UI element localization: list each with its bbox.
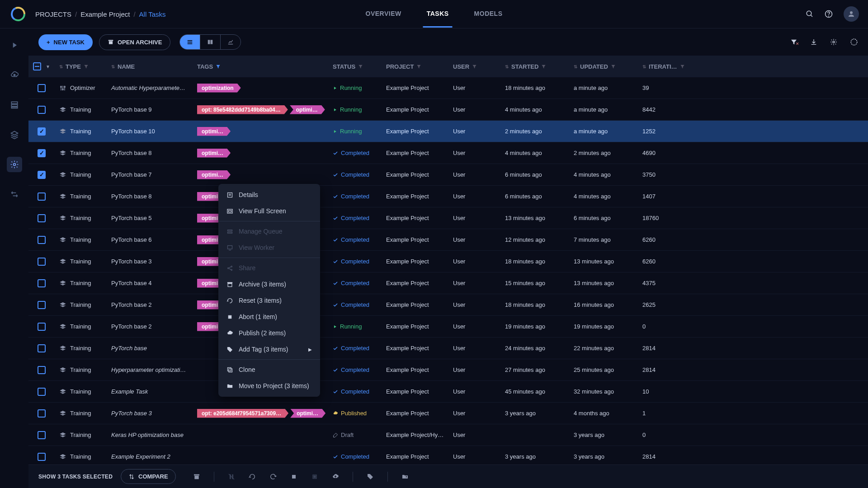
sidebar-item-servers[interactable] xyxy=(7,97,22,113)
row-checkbox[interactable] xyxy=(38,323,46,331)
table-row[interactable]: Training PyTorch base 9 opt: 85e5482ddd7… xyxy=(28,99,868,121)
col-updated[interactable]: ⇅UPDATED xyxy=(569,63,638,70)
app-logo[interactable] xyxy=(9,5,27,23)
ctx-clone[interactable]: Clone xyxy=(218,361,320,378)
move-icon[interactable] xyxy=(401,473,409,480)
col-type[interactable]: ⇅TYPE xyxy=(55,63,107,70)
col-iterations[interactable]: ⇅ITERATI… xyxy=(638,63,688,70)
row-checkbox[interactable] xyxy=(38,388,46,396)
view-list[interactable] xyxy=(180,35,200,49)
archive-icon[interactable] xyxy=(193,473,200,480)
row-checkbox[interactable] xyxy=(38,258,46,266)
sidebar-item-settings[interactable] xyxy=(7,157,22,172)
ctx-publish[interactable]: Publish (2 items) xyxy=(218,325,320,341)
compare-button[interactable]: COMPARE xyxy=(121,469,175,484)
row-checkbox[interactable] xyxy=(38,149,46,157)
project-cell: Example Project xyxy=(382,410,448,417)
ctx-archive[interactable]: Archive (3 items) xyxy=(218,276,320,292)
row-checkbox[interactable] xyxy=(38,236,46,244)
row-checkbox[interactable] xyxy=(38,127,46,136)
table-row[interactable]: Training PyTorch base 8 optimi… Complete… xyxy=(28,142,868,164)
col-status[interactable]: STATUS xyxy=(328,63,382,70)
clear-filters-icon[interactable]: ✕ xyxy=(790,38,797,46)
col-tags[interactable]: TAGS xyxy=(193,63,328,70)
abort-icon[interactable] xyxy=(290,473,297,480)
tab-models[interactable]: MODELS xyxy=(471,1,506,28)
sidebar-item-cloud[interactable] xyxy=(7,67,22,83)
table-row[interactable]: Training PyTorch base 3 optimi… Complete… xyxy=(28,251,868,272)
table-row[interactable]: Training Keras HP optimization base Draf… xyxy=(28,424,868,446)
open-archive-button[interactable]: OPEN ARCHIVE xyxy=(99,34,170,50)
tag[interactable]: optimization xyxy=(197,84,241,93)
row-checkbox[interactable] xyxy=(38,84,46,92)
row-checkbox[interactable] xyxy=(38,409,46,418)
table-row[interactable]: Training PyTorch base 5 optimi… Complete… xyxy=(28,207,868,229)
select-all-checkbox[interactable] xyxy=(33,62,41,70)
tag[interactable]: optimi… xyxy=(290,105,325,114)
table-row[interactable]: Training PyTorch base 2 optimi… Running … xyxy=(28,316,868,338)
refresh-icon[interactable] xyxy=(850,38,858,46)
tag[interactable]: optimi… xyxy=(290,409,326,418)
ctx-tag[interactable]: Add Tag (3 items)▶ xyxy=(218,341,320,357)
col-user[interactable]: USER xyxy=(448,63,500,70)
row-checkbox[interactable] xyxy=(38,431,46,439)
new-task-button[interactable]: +NEW TASK xyxy=(38,34,93,50)
gear-icon[interactable] xyxy=(830,38,837,46)
publish-icon[interactable] xyxy=(332,473,339,480)
table-row[interactable]: Training PyTorch base 8 optimi… Complete… xyxy=(28,186,868,207)
reset-icon[interactable] xyxy=(249,473,256,480)
table-row[interactable]: Training Hyperparameter optimizati… Comp… xyxy=(28,359,868,381)
breadcrumb-project[interactable]: Example Project xyxy=(80,10,130,18)
ctx-details[interactable]: Details xyxy=(218,187,320,203)
sidebar-item-run[interactable] xyxy=(7,38,22,53)
selection-count[interactable]: SHOW 3 TASKS SELECTED xyxy=(38,474,113,480)
row-checkbox[interactable] xyxy=(38,214,46,222)
ctx-fullscreen[interactable]: View Full Screen xyxy=(218,203,320,219)
tag[interactable]: optimi… xyxy=(197,170,231,179)
row-checkbox[interactable] xyxy=(38,106,46,114)
avatar[interactable] xyxy=(844,6,859,22)
row-checkbox[interactable] xyxy=(38,301,46,309)
svg-rect-19 xyxy=(211,40,213,44)
tag[interactable]: optimi… xyxy=(197,149,231,158)
view-chart[interactable] xyxy=(221,35,241,49)
table-row[interactable]: Training Example Task Completed Example … xyxy=(28,381,868,403)
table-row[interactable]: Optimizer Automatic Hyperparamete… optim… xyxy=(28,77,868,99)
table-row[interactable]: Training PyTorch base 7 optimi… Complete… xyxy=(28,164,868,186)
tag[interactable]: optimi… xyxy=(197,127,231,136)
row-checkbox[interactable] xyxy=(38,171,46,179)
breadcrumb-leaf[interactable]: All Tasks xyxy=(139,10,166,18)
col-project[interactable]: PROJECT xyxy=(382,63,448,70)
tag-icon[interactable] xyxy=(367,473,374,480)
help-icon[interactable] xyxy=(825,10,833,18)
ctx-reset[interactable]: Reset (3 items) xyxy=(218,292,320,309)
tag[interactable]: opt: 85e5482ddd7149b8ba04… xyxy=(197,105,288,114)
table-row[interactable]: Training PyTorch base 3 opt: e205d684f79… xyxy=(28,403,868,424)
retry-icon[interactable] xyxy=(269,473,277,480)
table-row[interactable]: Training PyTorch base 4 optimi… Complete… xyxy=(28,272,868,294)
ctx-move[interactable]: Move to Project (3 items) xyxy=(218,378,320,394)
col-name[interactable]: ⇅NAME xyxy=(107,63,193,70)
row-checkbox[interactable] xyxy=(38,453,46,461)
tab-tasks[interactable]: TASKS xyxy=(423,1,453,28)
sidebar-item-flow[interactable] xyxy=(7,187,22,202)
table-row[interactable]: Training PyTorch base 6 optimi… Complete… xyxy=(28,229,868,251)
tab-overview[interactable]: OVERVIEW xyxy=(362,1,405,28)
view-detail[interactable] xyxy=(200,35,221,49)
sidebar-item-layers[interactable] xyxy=(7,127,22,142)
table-row[interactable]: Training PyTorch base Completed Example … xyxy=(28,338,868,359)
ctx-abort[interactable]: Abort (1 item) xyxy=(218,309,320,325)
search-icon[interactable] xyxy=(806,10,814,18)
row-checkbox[interactable] xyxy=(38,279,46,287)
table-row[interactable]: Training Example Experiment 2 Completed … xyxy=(28,446,868,465)
breadcrumb-root[interactable]: PROJECTS xyxy=(35,10,71,18)
tag[interactable]: opt: e205d684f7954571a7309… xyxy=(197,409,288,418)
table-row[interactable]: Training PyTorch base 10 optimi… Running… xyxy=(28,121,868,142)
row-checkbox[interactable] xyxy=(38,192,46,201)
chevron-down-icon[interactable]: ▼ xyxy=(46,64,50,69)
col-started[interactable]: ⇅STARTED xyxy=(500,63,569,70)
row-checkbox[interactable] xyxy=(38,366,46,374)
download-icon[interactable] xyxy=(810,38,817,46)
row-checkbox[interactable] xyxy=(38,344,46,352)
table-row[interactable]: Training PyTorch base 2 optimi… Complete… xyxy=(28,294,868,316)
